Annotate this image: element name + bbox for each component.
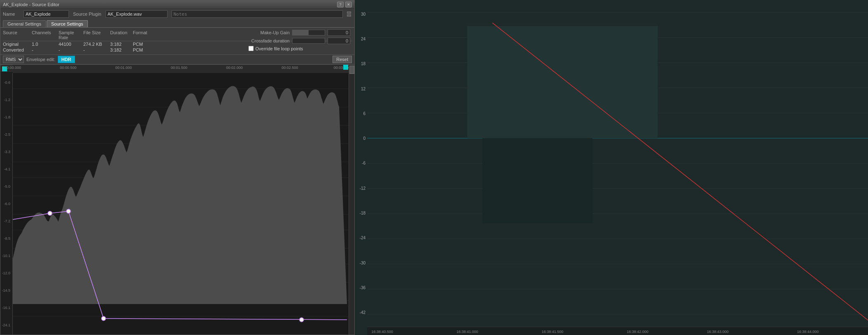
right-time-ruler: 16:38:40.500 16:38:41.000 16:38:41.500 1…: [367, 327, 868, 335]
col-header-duration: Duration: [110, 30, 133, 40]
rdb-24: 24: [355, 37, 367, 41]
tabs-row: General Settings Source Settings: [0, 19, 354, 27]
makeup-gain-bar: [292, 30, 325, 35]
db-label-4: -3.3: [0, 150, 12, 154]
rms-select[interactable]: RMS: [3, 56, 24, 63]
title-bar: AK_Explode - Source Editor ? ✕: [0, 0, 354, 9]
rdb-n24: -24: [355, 236, 367, 240]
crossfade-value: 0: [328, 38, 350, 44]
envelope-toolbar: RMS Envelope edit: HDR Reset: [0, 54, 354, 64]
right-waveform-area: [367, 0, 868, 327]
svg-rect-29: [467, 26, 658, 138]
db-label-1: -1.2: [0, 98, 12, 102]
db-label-0: -0.6: [0, 80, 12, 85]
rdb-0: 0: [355, 136, 367, 141]
override-checkbox[interactable]: [248, 46, 254, 51]
envelope-point-1[interactable]: [48, 211, 52, 215]
rt-label-2: 16:38:41.500: [542, 330, 564, 334]
scroll-thumb[interactable]: [349, 66, 354, 74]
rdb-n6: -6: [355, 161, 367, 165]
col-header-format: Format: [133, 30, 158, 40]
name-label: Name: [3, 12, 19, 17]
override-label: Override file loop points: [255, 46, 303, 51]
rdb-18: 18: [355, 61, 367, 66]
db-label-3: -2.5: [0, 132, 12, 137]
db-label-5: -4.1: [0, 167, 12, 171]
rt-label-0: 16:38:40.500: [371, 330, 393, 334]
tab-source-settings[interactable]: Source Settings: [47, 20, 88, 27]
col-header-channels: Channels: [32, 30, 59, 40]
name-input[interactable]: [24, 10, 69, 18]
makeup-gain-label: Make-Up Gain: [248, 30, 290, 35]
envelope-point-3[interactable]: [101, 316, 106, 321]
crossfade-bar: [292, 38, 325, 44]
makeup-gain-row: Make-Up Gain 0: [248, 29, 350, 36]
envelope-edit-label: Envelope edit:: [26, 57, 55, 62]
notes-textarea[interactable]: [172, 10, 343, 18]
right-waveform-svg: [367, 0, 868, 327]
db-label-14: -24.1: [0, 323, 12, 327]
rt-label-5: 16:38:44.000: [797, 330, 819, 334]
help-button[interactable]: ?: [337, 2, 344, 7]
scrollbar-vertical[interactable]: [349, 65, 354, 335]
source-editor-panel: AK_Explode - Source Editor ? ✕ Name Sour…: [0, 0, 355, 335]
tab-general-settings[interactable]: General Settings: [3, 20, 46, 27]
name-row: Name Source Plugin: [0, 9, 354, 19]
right-panel: 30 24 18 12 6 0 -6 -12 -18 -24 -30 -36 -…: [355, 0, 868, 335]
time-0: 00:00.000: [5, 66, 21, 70]
db-label-6: -5.0: [0, 184, 12, 189]
rdb-n36: -36: [355, 285, 367, 290]
notes-scroll-down[interactable]: [347, 14, 351, 17]
rt-label-1: 16:38:41.000: [457, 330, 479, 334]
plugin-label: Source Plugin: [73, 12, 101, 17]
makeup-gain-value: 0: [328, 29, 350, 36]
rdb-12: 12: [355, 87, 367, 91]
time-1: 00:00.500: [60, 66, 76, 70]
close-button[interactable]: ✕: [345, 2, 352, 7]
time-3: 00:01.500: [171, 66, 187, 70]
db-label-2: -1.8: [0, 115, 12, 119]
crossfade-label: Crossfade duration: [248, 38, 290, 43]
rdb-n42: -42: [355, 310, 367, 315]
db-label-13: -16.1: [0, 306, 12, 310]
right-db-labels: 30 24 18 12 6 0 -6 -12 -18 -24 -30 -36 -…: [355, 0, 367, 327]
rdb-6: 6: [355, 111, 367, 116]
override-row: Override file loop points: [248, 46, 350, 51]
controls-right: Make-Up Gain 0 Crossfade duration 0 Over…: [248, 29, 350, 51]
hdr-button[interactable]: HDR: [58, 56, 75, 63]
playhead-bar: 00:00.000 00:00.500 00:01.000 00:01.500 …: [13, 65, 349, 73]
db-label-11: -12.0: [0, 271, 12, 275]
db-label-12: -14.5: [0, 288, 12, 293]
time-5: 00:02.500: [282, 66, 298, 70]
crossfade-row: Crossfade duration 0: [248, 38, 350, 44]
waveform-svg: [13, 73, 349, 335]
rdb-n18: -18: [355, 211, 367, 215]
rdb-30: 30: [355, 12, 367, 17]
time-2: 00:01.000: [116, 66, 132, 70]
svg-rect-30: [482, 138, 592, 223]
rt-label-4: 16:38:43.000: [707, 330, 729, 334]
envelope-point-2[interactable]: [66, 209, 71, 213]
time-4: 00:02.000: [226, 66, 243, 70]
rdb-n12: -12: [355, 186, 367, 191]
rdb-n30: -30: [355, 261, 367, 265]
notes-scroll-up[interactable]: [347, 12, 351, 14]
col-header-filesize: File Size: [83, 30, 110, 40]
plugin-input[interactable]: [106, 10, 167, 18]
playhead-end-marker[interactable]: [343, 65, 348, 70]
waveform-inner: [13, 73, 349, 335]
makeup-gain-fill: [292, 30, 309, 35]
source-settings-content: Source Channels Sample Rate File Size Du…: [0, 27, 354, 54]
title-bar-controls: ? ✕: [337, 2, 352, 7]
col-header-source: Source: [3, 30, 32, 40]
reset-button[interactable]: Reset: [333, 56, 352, 63]
window-title: AK_Explode - Source Editor: [3, 2, 59, 7]
db-label-7: -6.0: [0, 202, 12, 206]
db-labels: -0.6 -1.2 -1.8 -2.5 -3.3 -4.1 -5.0 -6.0 …: [0, 73, 13, 335]
envelope-point-4[interactable]: [300, 318, 304, 322]
col-header-samplerate: Sample Rate: [59, 30, 83, 40]
waveform-container: 00:00.000 00:00.500 00:01.000 00:01.500 …: [0, 64, 354, 335]
db-label-8: -7.2: [0, 219, 12, 223]
db-label-10: -10.1: [0, 254, 12, 258]
rt-label-3: 16:38:42.000: [627, 330, 649, 334]
